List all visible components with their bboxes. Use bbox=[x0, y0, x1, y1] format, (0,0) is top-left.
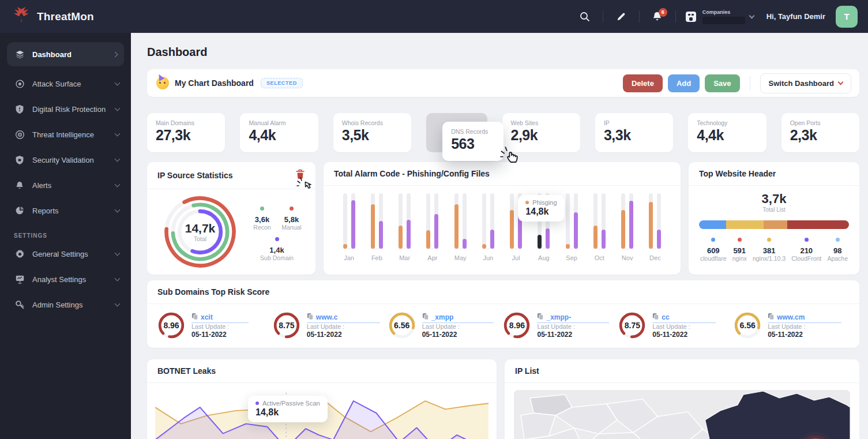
stat-card-dragging[interactable]: DNS Records 563 bbox=[442, 122, 503, 161]
config-files-bar[interactable] bbox=[602, 230, 606, 249]
botnet-line-chart[interactable]: Active/Passive Scan 14,8k bbox=[147, 383, 497, 439]
save-button[interactable]: Save bbox=[705, 74, 739, 92]
phishing-bar[interactable] bbox=[371, 204, 375, 249]
sidebar-item-admin-settings[interactable]: Admin Settings bbox=[0, 292, 131, 317]
donut-total-value: 14,7k bbox=[185, 222, 216, 235]
bar-segment-nginx[interactable] bbox=[726, 220, 764, 229]
trash-icon[interactable] bbox=[295, 169, 305, 182]
chevron-down-icon bbox=[115, 105, 121, 111]
bar-group-nov[interactable]: Nov bbox=[614, 194, 641, 264]
config-files-bar[interactable] bbox=[407, 220, 411, 249]
phishing-bar[interactable] bbox=[426, 230, 430, 249]
stat-card[interactable]: Technology 4,4k bbox=[688, 113, 766, 152]
notifications-bell-icon[interactable]: 6 bbox=[648, 7, 667, 27]
bar-track bbox=[510, 193, 514, 249]
divider bbox=[675, 11, 676, 22]
config-files-bar[interactable] bbox=[657, 230, 661, 249]
avatar[interactable]: T bbox=[836, 6, 858, 28]
config-files-bar[interactable] bbox=[546, 228, 550, 249]
bar-group-apr[interactable]: Apr bbox=[419, 194, 446, 264]
bar-segment-CloudFront[interactable] bbox=[787, 220, 849, 229]
phishing-bar[interactable] bbox=[454, 204, 459, 249]
delete-button[interactable]: Delete bbox=[623, 74, 663, 92]
sidebar-item-dashboard[interactable]: Dashboard bbox=[7, 42, 124, 66]
stat-card[interactable]: Manual Alarm 4,4k bbox=[240, 113, 318, 152]
bar-segment-nginx/1.10.3[interactable] bbox=[764, 220, 788, 229]
companies-dropdown[interactable]: Companies bbox=[684, 9, 754, 24]
pen-icon[interactable] bbox=[611, 7, 631, 27]
risk-score-value: 8.96 bbox=[157, 312, 185, 339]
subdomain-link[interactable]: _xmpp- bbox=[537, 313, 609, 323]
config-files-bar[interactable] bbox=[574, 212, 578, 249]
switch-dashboard-button[interactable]: Switch Dashboard bbox=[760, 73, 851, 93]
subdomain-link[interactable]: www.cm bbox=[768, 313, 841, 323]
risk-item: 8.75 cc Last Update : 05-11-2022 bbox=[618, 312, 734, 339]
sidebar-item-reports[interactable]: Reports bbox=[0, 198, 131, 223]
subdomain-link[interactable]: cc bbox=[652, 313, 715, 323]
phishing-bar[interactable] bbox=[566, 244, 570, 249]
copy-icon[interactable] bbox=[652, 313, 659, 322]
legend-dot-icon bbox=[275, 237, 279, 241]
chevron-down-icon bbox=[115, 301, 121, 306]
bar-group-dec[interactable]: Dec bbox=[641, 194, 669, 264]
config-files-bar[interactable] bbox=[379, 221, 383, 249]
search-icon[interactable] bbox=[575, 7, 595, 27]
copy-icon[interactable] bbox=[307, 313, 314, 322]
brand[interactable]: ThreatMon bbox=[12, 6, 94, 28]
stat-card[interactable]: IP 3,3k bbox=[595, 113, 673, 152]
legend-name: nginx bbox=[732, 255, 747, 262]
stat-card[interactable]: Whois Records 3,5k bbox=[333, 113, 411, 152]
bar-group-jun[interactable]: Jun bbox=[474, 194, 502, 264]
stat-card-slot: DNS Records 563 bbox=[426, 113, 487, 152]
top-navbar: ThreatMon 6 bbox=[0, 0, 868, 33]
sidebar-item-general-settings[interactable]: General Settings bbox=[0, 241, 131, 267]
bar-track bbox=[566, 193, 570, 249]
donut-chart[interactable]: 14,7k Total bbox=[156, 194, 244, 270]
phishing-bar[interactable] bbox=[649, 202, 653, 249]
config-files-bar[interactable] bbox=[463, 239, 467, 249]
config-files-bar[interactable] bbox=[434, 214, 438, 249]
stat-card[interactable]: Main Domains 27,3k bbox=[147, 113, 225, 152]
phishing-bar[interactable] bbox=[343, 244, 347, 249]
bar-group-mar[interactable]: Mar bbox=[391, 194, 419, 264]
bar-group-may[interactable]: May bbox=[446, 194, 474, 264]
stacked-total-label: Total List bbox=[699, 207, 849, 213]
bar-segment-cloudflare[interactable] bbox=[699, 220, 726, 229]
phishing-bar[interactable] bbox=[510, 210, 514, 249]
subdomain-link[interactable]: www.c bbox=[307, 313, 381, 323]
config-files-bar[interactable] bbox=[351, 200, 355, 249]
copy-icon[interactable] bbox=[537, 313, 544, 322]
sidebar-item-alerts[interactable]: Alerts bbox=[0, 172, 131, 198]
config-files-bar[interactable] bbox=[629, 201, 633, 249]
bar-group-oct[interactable]: Oct bbox=[585, 194, 613, 264]
phishing-bar[interactable] bbox=[482, 244, 486, 249]
stacked-bar[interactable] bbox=[699, 220, 849, 229]
subdomain-link[interactable]: _xmpp bbox=[422, 313, 494, 323]
bar-track bbox=[379, 193, 383, 249]
phishing-bar[interactable] bbox=[399, 226, 403, 249]
chevron-down-icon bbox=[115, 80, 121, 85]
bar-group-jan[interactable]: Jan bbox=[335, 194, 363, 264]
stat-label: DNS Records bbox=[451, 128, 494, 135]
copy-icon[interactable] bbox=[422, 313, 429, 322]
phishing-bar[interactable] bbox=[621, 210, 625, 249]
sidebar-item-analyst-settings[interactable]: Analyst Settings bbox=[0, 267, 131, 292]
copy-icon[interactable] bbox=[768, 313, 775, 322]
legend-dot-icon bbox=[767, 238, 771, 242]
stat-card[interactable]: Open Ports 2,3k bbox=[781, 113, 859, 152]
subdomain-link[interactable]: xcit bbox=[191, 313, 249, 323]
copy-icon[interactable] bbox=[191, 313, 198, 322]
sidebar-item-digital-risk-protection[interactable]: Digital Risk Protection bbox=[0, 96, 131, 122]
add-button[interactable]: Add bbox=[668, 74, 700, 92]
month-label: Sep bbox=[566, 254, 577, 261]
sidebar-item-attack-surface[interactable]: Attack Surface bbox=[0, 71, 131, 96]
sidebar-item-security-validation[interactable]: Security Validation bbox=[0, 147, 131, 172]
sidebar-item-threat-intelligence[interactable]: Threat Intelligence bbox=[0, 122, 131, 147]
phishing-bar[interactable] bbox=[593, 226, 598, 249]
phishing-bar[interactable] bbox=[538, 235, 542, 249]
config-files-bar[interactable] bbox=[490, 230, 494, 249]
ip-map[interactable] bbox=[514, 390, 850, 439]
legend-item: 5,8k Manual bbox=[277, 205, 306, 231]
bar-group-feb[interactable]: Feb bbox=[363, 194, 390, 264]
legend-dot-icon bbox=[290, 207, 294, 211]
